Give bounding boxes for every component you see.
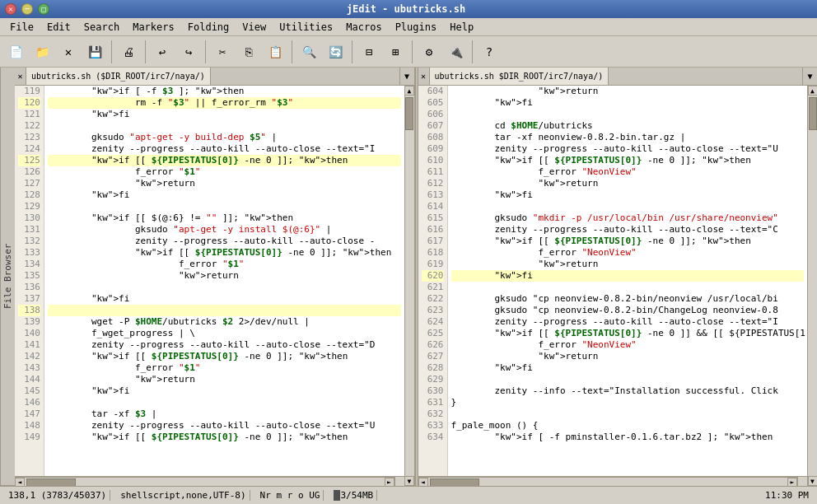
pane-2-hscroll[interactable]: ◄ ► (418, 477, 798, 486)
toolbar-btn-settings[interactable]: ⚙ (417, 40, 441, 63)
toolbar-btn-undo[interactable]: ↩ (150, 40, 175, 63)
menu-item-edit[interactable]: Edit (40, 20, 77, 35)
minimize-button[interactable]: ─ (21, 3, 33, 15)
code-line: "kw">if [[ ${PIPESTATUS[0]} -ne 0 ]] && … (451, 328, 805, 339)
toolbar-btn-cut[interactable]: ✂ (210, 40, 235, 63)
menu-item-macros[interactable]: Macros (339, 20, 388, 35)
pane-1-tab-bar: ✕ ubutricks.sh ($DIR_ROOT/irc7/naya/) ▼ (15, 68, 414, 86)
toolbar-btn-save[interactable]: 💾 (82, 40, 107, 63)
pane-1-hthumb[interactable] (26, 478, 76, 487)
code-line (48, 201, 401, 212)
toolbar-btn-paste[interactable]: 📋 (263, 40, 287, 63)
pane-2-dropdown[interactable]: ▼ (802, 68, 817, 85)
code-line: "kw">return (451, 259, 805, 270)
code-line: "kw">return (451, 351, 805, 362)
line-number: 630 (422, 385, 444, 397)
toolbar-btn-redo[interactable]: ↪ (176, 40, 201, 63)
toolbar-btn-plugin-mgr[interactable]: 🔌 (443, 40, 468, 63)
code-line: gksudo "mkdir -p /usr/local/bin /usr/sha… (451, 212, 805, 224)
pane-1-vthumb[interactable] (405, 97, 413, 130)
pane-1-line-numbers: 1191201211221231241251261271281291301311… (15, 86, 44, 476)
code-line (48, 282, 401, 293)
code-line: tar -xf $3 | (48, 408, 401, 420)
toolbar-btn-split-v[interactable]: ⊞ (383, 40, 408, 63)
pane-2-hthumb[interactable] (430, 478, 479, 487)
line-number: 615 (422, 212, 444, 224)
code-line (48, 397, 401, 408)
toolbar-btn-copy[interactable]: ⎘ (236, 40, 261, 63)
toolbar-separator (111, 40, 112, 63)
code-line (451, 282, 805, 293)
line-number: 617 (422, 236, 444, 247)
code-line: f_error "$1" (48, 166, 401, 178)
line-number: 613 (422, 189, 444, 201)
line-number: 618 (422, 247, 444, 259)
menu-item-file[interactable]: File (3, 20, 40, 35)
line-number: 614 (422, 201, 444, 212)
pane-1-dropdown[interactable]: ▼ (399, 68, 414, 85)
toolbar: 📄📁✕💾🖨↩↪✂⎘📋🔍🔄⊟⊞⚙🔌? (0, 36, 817, 68)
pane-1-vscroll[interactable]: ▲ ▼ (404, 86, 414, 486)
edit-mode: Nr m r o UG (257, 490, 324, 501)
line-number: 611 (422, 166, 444, 178)
code-line: "kw">fi (451, 97, 805, 109)
line-number: 609 (422, 143, 444, 155)
main-area: File Browser ✕ ubutricks.sh ($DIR_ROOT/i… (0, 68, 817, 486)
editor-pane-1: ✕ ubutricks.sh ($DIR_ROOT/irc7/naya/) ▼ … (15, 68, 415, 486)
code-line (451, 374, 805, 385)
pane-1-hscroll-right[interactable]: ► (385, 478, 394, 487)
pane-2-hscroll-left[interactable]: ◄ (418, 478, 428, 487)
toolbar-btn-split-h[interactable]: ⊟ (357, 40, 381, 63)
line-number: 146 (18, 397, 40, 408)
toolbar-btn-replace[interactable]: 🔄 (323, 40, 348, 63)
line-number: 129 (18, 201, 40, 212)
toolbar-btn-print[interactable]: 🖨 (116, 40, 141, 63)
pane-1-close[interactable]: ✕ (15, 68, 26, 85)
menu-item-plugins[interactable]: Plugins (389, 20, 444, 35)
code-line: f_pale_moon () { (451, 420, 805, 432)
close-button[interactable]: ✕ (5, 3, 16, 15)
menu-item-view[interactable]: View (236, 20, 273, 35)
toolbar-btn-help[interactable]: ? (477, 40, 502, 63)
toolbar-btn-close[interactable]: ✕ (56, 40, 81, 63)
menu-item-folding[interactable]: Folding (181, 20, 236, 35)
pane-2-line-numbers: 6046056066076086096106116126136146156166… (418, 86, 448, 476)
menu-item-search[interactable]: Search (77, 20, 126, 35)
pane-1-hscroll[interactable]: ◄ ► (15, 477, 394, 486)
file-browser-tab[interactable]: File Browser (0, 68, 15, 486)
pane-2-vscroll-down[interactable]: ▼ (808, 476, 818, 486)
pane-2-close[interactable]: ✕ (418, 68, 430, 85)
pane-1-code[interactable]: "kw">if [ -f $3 ]; "kw">then rm -f "$3" … (44, 86, 404, 476)
pane-2-vthumb[interactable] (809, 97, 817, 130)
line-number: 612 (422, 178, 444, 189)
code-line: "kw">fi (451, 189, 805, 201)
toolbar-btn-search[interactable]: 🔍 (296, 40, 321, 63)
line-number: 130 (18, 212, 40, 224)
pane-1-body: 1191201211221231241251261271281291301311… (15, 86, 414, 486)
pane-1-hscroll-left[interactable]: ◄ (15, 478, 25, 487)
pane-1-tab[interactable]: ubutricks.sh ($DIR_ROOT/irc7/naya/) (26, 68, 211, 85)
code-line: "kw">if [[ ${PIPESTATUS[0]} -ne 0 ]]; "k… (48, 247, 401, 259)
pane-1-vscroll-down[interactable]: ▼ (404, 476, 414, 486)
pane-2-vscroll-up[interactable]: ▲ (808, 86, 818, 96)
line-number: 127 (18, 178, 40, 189)
code-line: "kw">if [[ $(@:6} != "" ]]; "kw">then (48, 212, 401, 224)
line-number: 124 (18, 143, 40, 155)
pane-2-hscroll-right[interactable]: ► (787, 478, 797, 487)
pane-1-vscroll-up[interactable]: ▲ (404, 86, 414, 96)
maximize-button[interactable]: □ (38, 3, 49, 15)
code-line: "kw">fi (48, 189, 401, 201)
menu-item-utilities[interactable]: Utilities (273, 20, 339, 35)
line-number: 137 (18, 293, 40, 305)
line-number: 134 (18, 259, 40, 270)
toolbar-btn-new[interactable]: 📄 (3, 40, 28, 63)
line-number: 140 (18, 328, 40, 339)
line-number: 139 (18, 316, 40, 328)
toolbar-btn-open[interactable]: 📁 (30, 40, 54, 63)
pane-2-tab[interactable]: ubutricks.sh $DIR_ROOT/irc7/naya/) (430, 68, 609, 85)
menu-item-markers[interactable]: Markers (126, 20, 181, 35)
title-bar: ✕ ─ □ jEdit - ubutricks.sh (0, 0, 817, 18)
pane-2-vscroll[interactable]: ▲ ▼ (807, 86, 817, 486)
menu-item-help[interactable]: Help (443, 20, 480, 35)
pane-2-code[interactable]: "kw">return "kw">fi cd $HOME/ubutricks t… (448, 86, 808, 476)
